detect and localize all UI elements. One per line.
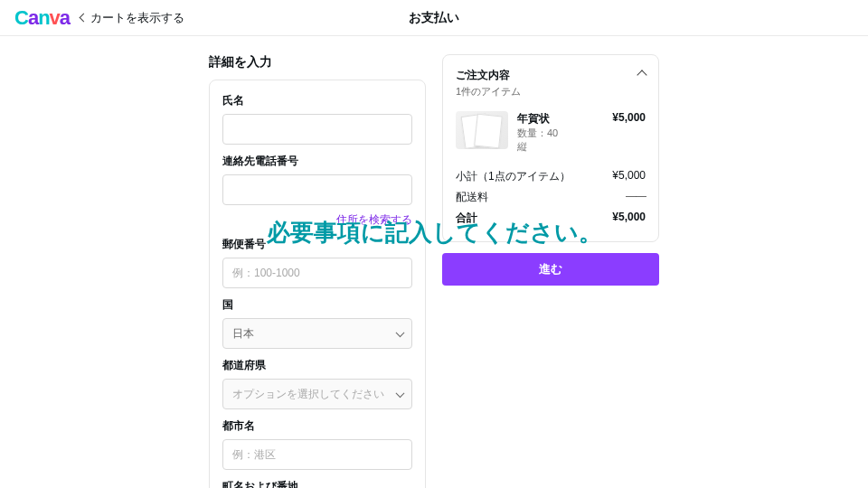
back-to-cart-link[interactable]: カートを表示する [80, 10, 184, 26]
form-heading: 詳細を入力 [209, 54, 426, 70]
item-price: ¥5,000 [612, 111, 646, 154]
item-title: 年賀状 [517, 111, 603, 127]
name-input[interactable] [222, 114, 412, 145]
city-input[interactable] [222, 439, 412, 470]
checkout-body: 詳細を入力 氏名 連絡先電話番号 住所を検索する 郵便番号 国 都道府県 都市名… [0, 36, 868, 488]
phone-input[interactable] [222, 174, 412, 205]
item-orientation: 縦 [517, 140, 603, 154]
shipping-label: 配送料 [456, 190, 488, 205]
chevron-left-icon [80, 14, 89, 23]
address-form: 氏名 連絡先電話番号 住所を検索する 郵便番号 国 都道府県 都市名 町名および… [209, 80, 426, 488]
phone-label: 連絡先電話番号 [222, 154, 412, 169]
continue-button[interactable]: 進む [442, 253, 659, 286]
postal-label: 郵便番号 [222, 237, 412, 252]
page-title: お支払い [409, 10, 459, 26]
shipping-value: ―― [626, 190, 646, 205]
postal-input[interactable] [222, 258, 412, 288]
details-column: 詳細を入力 氏名 連絡先電話番号 住所を検索する 郵便番号 国 都道府県 都市名… [209, 54, 426, 488]
top-bar: Canva カートを表示する お支払い [0, 0, 868, 36]
total-label: 合計 [456, 211, 477, 226]
order-column: ご注文内容 1件のアイテム 年賀状 数量：40 縦 ¥5,000 小計（1点のア… [442, 54, 659, 488]
prefecture-select[interactable] [222, 379, 412, 409]
item-qty: 数量：40 [517, 127, 603, 140]
search-address-link[interactable]: 住所を検索する [222, 212, 412, 228]
order-count: 1件のアイテム [456, 85, 521, 99]
order-heading: ご注文内容 [456, 68, 521, 83]
totals: 小計（1点のアイテム）¥5,000 配送料―― 合計¥5,000 [456, 166, 646, 229]
back-label: カートを表示する [90, 10, 184, 26]
prefecture-label: 都道府県 [222, 358, 412, 373]
country-select[interactable] [222, 318, 412, 349]
subtotal-label: 小計（1点のアイテム） [456, 169, 571, 184]
order-item: 年賀状 数量：40 縦 ¥5,000 [456, 111, 646, 154]
street-label: 町名および番地 [222, 479, 412, 488]
subtotal-value: ¥5,000 [612, 169, 646, 184]
order-summary: ご注文内容 1件のアイテム 年賀状 数量：40 縦 ¥5,000 小計（1点のア… [442, 54, 659, 242]
country-label: 国 [222, 297, 412, 313]
chevron-up-icon[interactable] [637, 70, 646, 80]
name-label: 氏名 [222, 93, 412, 108]
total-value: ¥5,000 [612, 211, 646, 226]
canva-logo: Canva [14, 6, 70, 30]
city-label: 都市名 [222, 418, 412, 434]
item-thumbnail [456, 111, 508, 149]
